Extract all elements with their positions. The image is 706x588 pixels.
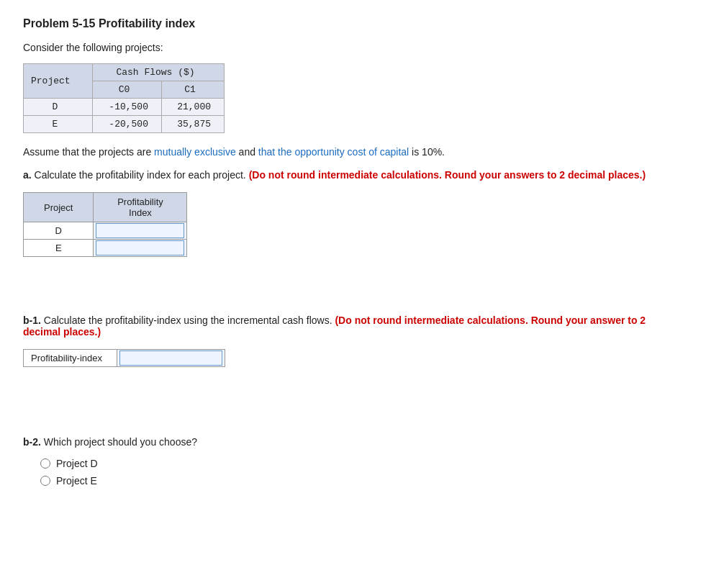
project-d-label: D: [24, 99, 93, 116]
prof-project-d-input-cell: [94, 222, 187, 240]
prof-table-index-header: ProfitabilityIndex: [94, 193, 187, 222]
part-b1-label: b-1. Calculate the profitability-index u…: [23, 315, 683, 338]
c0-header: C0: [92, 81, 161, 99]
project-choice-group: Project D Project E: [40, 458, 683, 487]
radio-project-e-label: Project E: [56, 475, 97, 487]
prof-table-row-d: D: [24, 222, 187, 240]
part-a-label: a. Calculate the profitability index for…: [23, 169, 683, 181]
project-e-label: E: [24, 116, 93, 133]
project-d-c1: 21,000: [161, 99, 224, 116]
prof-project-e-label: E: [24, 240, 94, 257]
project-col-header: Project: [24, 64, 93, 99]
prof-table-row-e: E: [24, 240, 187, 257]
table-row: E -20,500 35,875: [24, 116, 225, 133]
b1-input[interactable]: [120, 351, 222, 365]
b1-label-cell: Profitability-index: [24, 350, 117, 367]
profitability-table: Project ProfitabilityIndex D E: [23, 192, 187, 257]
table-row: D -10,500 21,000: [24, 99, 225, 116]
prof-project-e-input[interactable]: [96, 241, 184, 255]
intro-text: Consider the following projects:: [23, 42, 683, 53]
prof-project-e-input-cell: [94, 240, 187, 257]
part-b2-label: b-2. Which project should you choose?: [23, 436, 683, 448]
prof-project-d-input[interactable]: [96, 224, 184, 238]
prof-table-project-header: Project: [24, 193, 94, 222]
cash-flows-header: Cash Flows ($): [92, 64, 224, 81]
radio-project-e-input[interactable]: [40, 476, 50, 486]
c1-header: C1: [161, 81, 224, 99]
project-e-c1: 35,875: [161, 116, 224, 133]
radio-project-e[interactable]: Project E: [40, 475, 683, 487]
b1-row: Profitability-index: [24, 350, 225, 367]
b1-table: Profitability-index: [23, 349, 225, 367]
project-e-c0: -20,500: [92, 116, 161, 133]
prof-project-d-label: D: [24, 222, 94, 240]
radio-project-d-label: Project D: [56, 458, 98, 469]
project-d-c0: -10,500: [92, 99, 161, 116]
radio-project-d-input[interactable]: [40, 458, 50, 469]
page-title: Problem 5-15 Profitability index: [23, 17, 683, 30]
b1-input-cell: [117, 350, 225, 367]
assume-text: Assume that the projects are mutually ex…: [23, 146, 683, 158]
cash-flow-table: Project Cash Flows ($) C0 C1 D -10,500 2…: [23, 63, 225, 133]
radio-project-d[interactable]: Project D: [40, 458, 683, 469]
